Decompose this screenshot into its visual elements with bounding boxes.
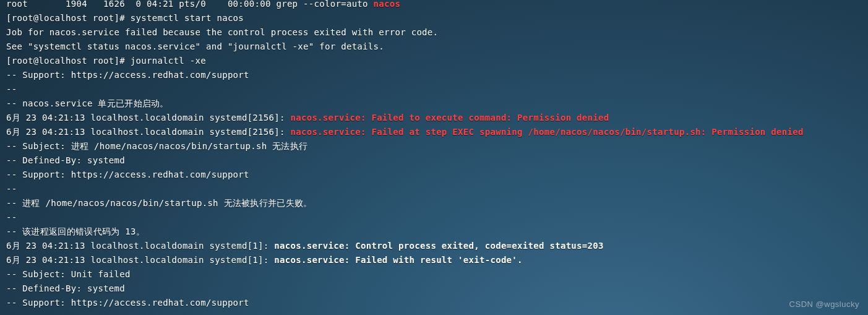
terminal-line: -- 该进程返回的错误代码为 13。 <box>6 225 862 239</box>
terminal-line: -- Support: https://access.redhat.com/su… <box>6 168 862 182</box>
plain-text: 6月 23 04:21:13 localhost.localdomain sys… <box>6 241 274 251</box>
plain-text: -- Subject: 进程 /home/nacos/nacos/bin/sta… <box>6 141 307 151</box>
plain-text: -- <box>6 84 17 94</box>
plain-text: -- Support: https://access.redhat.com/su… <box>6 298 249 308</box>
terminal-line: -- Defined-By: systemd <box>6 153 862 168</box>
plain-text: -- Defined-By: systemd <box>6 155 125 165</box>
plain-text: -- Support: https://access.redhat.com/su… <box>6 70 249 80</box>
terminal-line: -- 进程 /home/nacos/nacos/bin/startup.sh 无… <box>6 196 862 210</box>
terminal-line: -- <box>6 82 862 97</box>
plain-text: -- <box>6 212 17 222</box>
terminal-line: -- Support: https://access.redhat.com/su… <box>6 68 862 82</box>
plain-text: 6月 23 04:21:13 localhost.localdomain sys… <box>6 127 290 137</box>
terminal-line: -- <box>6 210 862 225</box>
plain-text: Job for nacos.service failed because the… <box>6 27 438 37</box>
plain-text: -- 该进程返回的错误代码为 13。 <box>6 227 145 236</box>
terminal-line: See "systemctl status nacos.service" and… <box>6 40 862 54</box>
terminal-line: 6月 23 04:21:13 localhost.localdomain sys… <box>6 125 862 139</box>
error-text: nacos.service: Failed at step EXEC spawn… <box>290 127 803 137</box>
plain-text: [root@localhost root]# journalctl -xe <box>6 56 206 66</box>
plain-text: -- Support: https://access.redhat.com/su… <box>6 170 249 179</box>
plain-text: -- nacos.service 单元已开始启动。 <box>6 98 169 108</box>
plain-text: See "systemctl status nacos.service" and… <box>6 41 384 51</box>
terminal-line: 6月 23 04:21:13 localhost.localdomain sys… <box>6 111 862 125</box>
plain-text: 6月 23 04:21:13 localhost.localdomain sys… <box>6 255 274 265</box>
plain-text: -- Defined-By: systemd <box>6 283 125 293</box>
plain-text: [root@localhost root]# systemctl start n… <box>6 13 244 23</box>
bold-text: nacos.service: Failed with result 'exit-… <box>274 255 523 265</box>
plain-text: -- <box>6 184 17 194</box>
terminal-line: [root@localhost root]# journalctl -xe <box>6 54 862 68</box>
error-text: nacos <box>374 0 401 9</box>
terminal-line: -- Support: https://access.redhat.com/su… <box>6 296 862 310</box>
plain-text: root 1904 1626 0 04:21 pts/0 00:00:00 gr… <box>6 0 374 9</box>
terminal-line: -- nacos.service 单元已开始启动。 <box>6 97 862 111</box>
terminal-line: -- Defined-By: systemd <box>6 282 862 296</box>
terminal-line: -- Subject: 进程 /home/nacos/nacos/bin/sta… <box>6 139 862 153</box>
error-text: nacos.service: Failed to execute command… <box>290 113 609 123</box>
plain-text: -- Subject: Unit failed <box>6 269 131 279</box>
plain-text: -- 进程 /home/nacos/nacos/bin/startup.sh 无… <box>6 198 312 208</box>
bold-text: nacos.service: Control process exited, c… <box>274 241 603 251</box>
terminal-line: 6月 23 04:21:13 localhost.localdomain sys… <box>6 239 862 253</box>
terminal-line: Job for nacos.service failed because the… <box>6 25 862 40</box>
terminal-line: [root@localhost root]# systemctl start n… <box>6 11 862 25</box>
terminal-output[interactable]: root 1904 1626 0 04:21 pts/0 00:00:00 gr… <box>0 0 868 310</box>
plain-text: 6月 23 04:21:13 localhost.localdomain sys… <box>6 113 290 123</box>
terminal-line: -- <box>6 182 862 196</box>
terminal-line: root 1904 1626 0 04:21 pts/0 00:00:00 gr… <box>6 0 862 11</box>
terminal-line: 6月 23 04:21:13 localhost.localdomain sys… <box>6 253 862 267</box>
terminal-line: -- Subject: Unit failed <box>6 267 862 282</box>
